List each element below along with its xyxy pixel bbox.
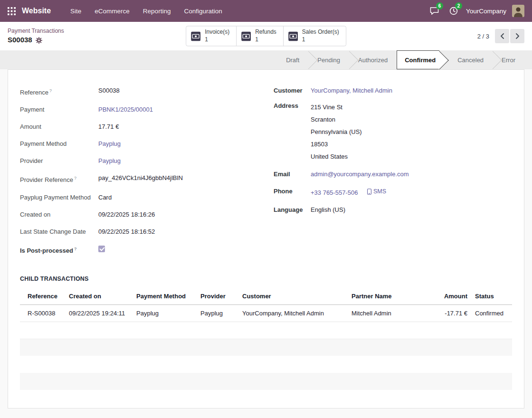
- payment-link[interactable]: PBNK1/2025/00001: [98, 105, 153, 114]
- field-email: Email admin@yourcompany.example.com: [274, 170, 512, 179]
- field-label: Payment Method: [20, 139, 98, 149]
- messages-button[interactable]: 6: [428, 4, 441, 18]
- field-value: Card: [98, 193, 112, 202]
- menu-site[interactable]: Site: [65, 5, 86, 18]
- column-header-customer[interactable]: Customer: [238, 288, 348, 305]
- column-header-reference[interactable]: Reference: [20, 288, 65, 305]
- field-value: 09/22/2025 18:16:52: [98, 227, 155, 237]
- column-header-status[interactable]: Status: [471, 288, 512, 305]
- email-link[interactable]: admin@yourcompany.example.com: [311, 170, 409, 179]
- table-row[interactable]: R-S00038 09/22/2025 19:24:11 Payplug Pay…: [20, 304, 512, 322]
- apps-grid-icon[interactable]: [8, 7, 16, 15]
- field-value: 17.71 €: [98, 122, 119, 132]
- field-label: Email: [274, 170, 311, 179]
- sales-orders-stat-button[interactable]: Sales Order(s) 1: [283, 26, 346, 46]
- field-last-state-change-date: Last State Change Date 09/22/2025 18:16:…: [20, 227, 274, 237]
- field-reference: Reference? S00038: [20, 86, 274, 97]
- cell-created-on: 09/22/2025 19:24:11: [65, 304, 133, 322]
- payment-method-link[interactable]: Payplug: [98, 139, 121, 149]
- form-left-column: Reference? S00038 Payment PBNK1/2025/000…: [20, 86, 274, 263]
- stage-confirmed[interactable]: Confirmed: [397, 50, 439, 69]
- stat-label: Refunds: [255, 28, 276, 36]
- field-value: pay_426VCk1ni4J6gbbN4jlBlN: [98, 173, 183, 185]
- field-is-post-processed: Is Post-processed?: [20, 244, 274, 256]
- cell-customer: YourCompany, Mitchell Admin: [238, 304, 348, 322]
- topbar-right: 6 2 YourCompany: [428, 4, 524, 18]
- form-right-column: Customer YourCompany, Mitchell Admin Add…: [274, 86, 512, 263]
- pager-next-button[interactable]: [510, 29, 524, 43]
- column-header-created-on[interactable]: Created on: [65, 288, 133, 305]
- column-header-partner-name[interactable]: Partner Name: [348, 288, 428, 305]
- help-icon: ?: [74, 247, 77, 251]
- phone-link[interactable]: +33 765-557-506: [311, 189, 358, 196]
- field-label: Address: [274, 101, 311, 163]
- stat-value: 1: [255, 36, 276, 44]
- top-bar: Website Site eCommerce Reporting Configu…: [0, 0, 532, 22]
- field-address: Address 215 Vine St Scranton Pennsylvani…: [274, 101, 512, 163]
- address-line: 215 Vine St: [311, 101, 362, 114]
- money-icon: [288, 31, 298, 41]
- breadcrumb-parent[interactable]: Payment Transactions: [8, 28, 64, 35]
- address-line: 18503: [311, 138, 362, 151]
- refunds-stat-button[interactable]: Refunds 1: [236, 26, 284, 46]
- menu-configuration[interactable]: Configuration: [179, 5, 227, 18]
- cell-payment-method: Payplug: [133, 304, 197, 322]
- stage-error[interactable]: Error: [493, 50, 524, 69]
- field-label: Is Post-processed: [20, 247, 73, 254]
- address-line: Scranton: [311, 114, 362, 126]
- form-status-band: Draft Pending Authorized Confirmed Cance…: [0, 50, 532, 69]
- field-value: English (US): [311, 205, 345, 215]
- cell-provider: Payplug: [197, 304, 238, 322]
- field-payment-method: Payment Method Payplug: [20, 139, 274, 149]
- stat-label: Sales Order(s): [302, 28, 339, 36]
- gear-icon[interactable]: [36, 37, 42, 44]
- stat-value: 1: [205, 36, 229, 44]
- field-label: Last State Change Date: [20, 227, 98, 237]
- column-header-provider[interactable]: Provider: [197, 288, 238, 305]
- avatar[interactable]: [512, 5, 524, 17]
- menu-reporting[interactable]: Reporting: [138, 5, 176, 18]
- mobile-phone-icon: [367, 189, 371, 195]
- stat-value: 1: [302, 36, 339, 44]
- child-transactions-title: CHILD TRANSACTIONS: [20, 276, 512, 282]
- field-label: Payplug Payment Method: [20, 193, 98, 202]
- app-name[interactable]: Website: [22, 7, 51, 15]
- field-label: Amount: [20, 122, 98, 132]
- field-payment: Payment PBNK1/2025/00001: [20, 105, 274, 114]
- sms-label: SMS: [373, 187, 386, 196]
- table-header-row: Reference Created on Payment Method Prov…: [20, 288, 512, 305]
- pager: 2 / 3: [477, 29, 524, 43]
- empty-row: [20, 356, 512, 373]
- empty-row: [20, 373, 512, 390]
- pager-counter: 2 / 3: [477, 33, 489, 40]
- pager-previous-button[interactable]: [495, 29, 509, 43]
- invoices-stat-button[interactable]: Invoice(s) 1: [186, 26, 237, 46]
- column-header-amount[interactable]: Amount: [428, 288, 471, 305]
- provider-link[interactable]: Payplug: [98, 156, 121, 166]
- is-post-processed-checkbox[interactable]: [98, 246, 105, 252]
- menu-ecommerce[interactable]: eCommerce: [89, 5, 135, 18]
- field-label: Payment: [20, 105, 98, 114]
- cell-amount: -17.71 €: [428, 304, 471, 322]
- address-line: United States: [311, 151, 362, 163]
- field-label: Reference: [20, 89, 48, 96]
- empty-row: [20, 322, 512, 339]
- column-header-payment-method[interactable]: Payment Method: [133, 288, 197, 305]
- chevron-left-icon: [500, 33, 504, 39]
- field-amount: Amount 17.71 €: [20, 122, 274, 132]
- field-label: Provider Reference: [20, 177, 73, 184]
- activities-button[interactable]: 2: [447, 4, 460, 18]
- field-language: Language English (US): [274, 205, 512, 215]
- control-panel: Payment Transactions S00038: [0, 22, 532, 50]
- money-icon: [241, 31, 251, 41]
- stage-authorized[interactable]: Authorized: [349, 50, 397, 69]
- field-value: S00038: [98, 86, 120, 97]
- field-label: Language: [274, 205, 311, 215]
- stat-label: Invoice(s): [205, 28, 229, 36]
- customer-link[interactable]: YourCompany, Mitchell Admin: [311, 86, 392, 95]
- statusbar: Draft Pending Authorized Confirmed Cance…: [277, 50, 524, 69]
- company-name[interactable]: YourCompany: [466, 8, 506, 15]
- help-icon: ?: [49, 88, 52, 93]
- sms-button[interactable]: SMS: [367, 187, 386, 196]
- cell-status: Confirmed: [471, 304, 512, 322]
